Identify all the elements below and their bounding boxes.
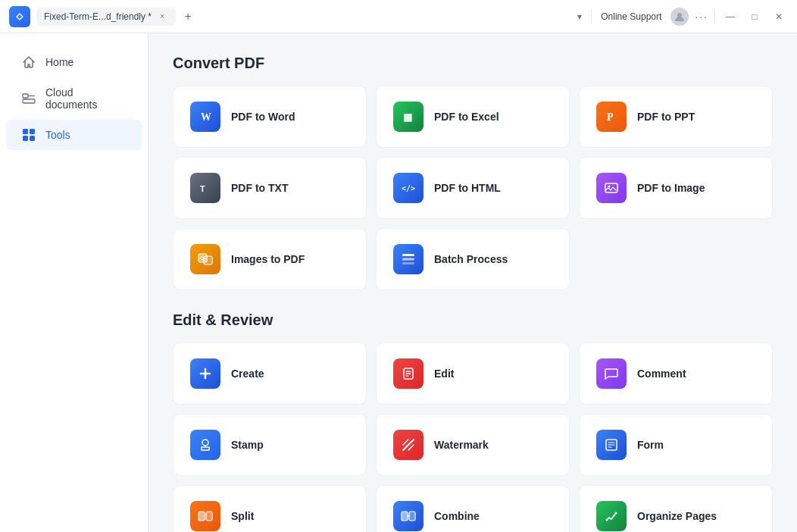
tool-pdf-excel[interactable]: ▦ PDF to Excel xyxy=(376,86,570,148)
watermark-icon xyxy=(393,430,424,460)
tool-combine[interactable]: Combine xyxy=(376,485,570,532)
tool-watermark[interactable]: Watermark xyxy=(376,414,570,476)
edit-review-grid: Create Edit xyxy=(173,343,773,532)
tool-pdf-txt[interactable]: T PDF to TXT xyxy=(173,157,367,219)
user-avatar[interactable] xyxy=(670,8,689,26)
form-icon xyxy=(596,430,627,460)
pdf-word-icon: W xyxy=(190,102,220,132)
tool-pdf-html[interactable]: </> PDF to HTML xyxy=(376,157,570,219)
sidebar-item-cloud[interactable]: Cloud documents xyxy=(6,79,142,118)
create-icon xyxy=(190,358,220,389)
svg-point-17 xyxy=(201,256,202,258)
svg-point-39 xyxy=(615,512,617,515)
watermark-label: Watermark xyxy=(434,439,489,451)
minimize-button[interactable]: — xyxy=(721,8,739,26)
combine-icon xyxy=(393,501,424,531)
tool-images-pdf[interactable]: Images to PDF xyxy=(173,228,367,290)
new-tab-button[interactable]: + xyxy=(179,8,197,26)
stamp-icon xyxy=(190,430,220,460)
tool-organize[interactable]: Organize Pages xyxy=(579,485,773,532)
svg-text:T: T xyxy=(200,184,205,193)
tool-comment[interactable]: Comment xyxy=(579,343,773,405)
dropdown-icon: ▾ xyxy=(577,11,582,22)
tool-create[interactable]: Create xyxy=(173,343,367,405)
svg-rect-1 xyxy=(23,94,28,98)
organize-icon xyxy=(596,501,627,531)
app-logo xyxy=(9,6,30,27)
pdf-excel-label: PDF to Excel xyxy=(434,111,499,123)
active-tab[interactable]: Fixed-Term-E...d_friendly * × xyxy=(36,8,176,26)
pdf-image-label: PDF to Image xyxy=(637,182,705,194)
tool-split[interactable]: Split xyxy=(173,485,367,532)
svg-rect-13 xyxy=(605,183,617,192)
tools-icon xyxy=(21,127,36,142)
organize-label: Organize Pages xyxy=(637,510,717,522)
svg-rect-34 xyxy=(206,512,212,521)
comment-label: Comment xyxy=(637,368,686,380)
sidebar-cloud-label: Cloud documents xyxy=(45,86,127,111)
convert-pdf-grid: W PDF to Word ▦ PDF to Excel P xyxy=(173,86,773,290)
tab-label: Fixed-Term-E...d_friendly * xyxy=(44,11,152,22)
svg-rect-19 xyxy=(402,258,414,261)
pdf-word-label: PDF to Word xyxy=(231,111,295,123)
close-button[interactable]: ✕ xyxy=(770,8,788,26)
batch-process-label: Batch Process xyxy=(434,253,508,265)
pdf-html-label: PDF to HTML xyxy=(434,182,501,194)
svg-rect-6 xyxy=(30,136,35,141)
sidebar-item-tools[interactable]: Tools xyxy=(6,120,142,150)
pdf-html-icon: </> xyxy=(393,173,424,203)
maximize-button[interactable]: □ xyxy=(745,8,764,26)
pdf-txt-icon: T xyxy=(190,173,220,203)
tool-pdf-word[interactable]: W PDF to Word xyxy=(173,86,367,148)
sidebar-tools-label: Tools xyxy=(45,129,70,141)
more-options-button[interactable]: ··· xyxy=(695,11,708,23)
svg-point-14 xyxy=(608,186,611,188)
pdf-image-icon xyxy=(596,173,627,203)
svg-rect-18 xyxy=(402,254,414,256)
tool-stamp[interactable]: Stamp xyxy=(173,414,367,476)
online-support-label[interactable]: Online Support xyxy=(601,11,661,22)
divider2 xyxy=(714,9,715,24)
cloud-icon xyxy=(21,91,36,106)
form-label: Form xyxy=(637,439,664,451)
main-layout: Home Cloud documents Tools xyxy=(0,33,797,532)
titlebar: Fixed-Term-E...d_friendly * × + ▾ Online… xyxy=(0,0,797,33)
titlebar-right: Online Support ··· — □ ✕ xyxy=(601,8,788,26)
tool-form[interactable]: Form xyxy=(579,414,773,476)
images-pdf-icon xyxy=(190,244,220,274)
svg-rect-33 xyxy=(198,512,205,521)
edit-icon xyxy=(393,358,424,389)
pdf-ppt-label: PDF to PPT xyxy=(637,111,695,123)
svg-rect-3 xyxy=(23,129,28,134)
svg-text:P: P xyxy=(607,111,614,123)
divider xyxy=(591,9,592,24)
home-icon xyxy=(21,55,36,70)
svg-rect-4 xyxy=(30,129,35,134)
svg-rect-5 xyxy=(23,136,28,141)
history-dropdown[interactable]: ▾ xyxy=(577,11,582,22)
svg-point-38 xyxy=(606,519,608,521)
edit-review-title: Edit & Review xyxy=(173,311,773,329)
stamp-label: Stamp xyxy=(231,439,264,451)
svg-rect-16 xyxy=(204,256,212,264)
pdf-excel-icon: ▦ xyxy=(393,102,424,132)
split-label: Split xyxy=(231,510,254,522)
tool-batch-process[interactable]: Batch Process xyxy=(376,228,570,290)
svg-text:</>: </> xyxy=(402,184,415,192)
tool-pdf-image[interactable]: PDF to Image xyxy=(579,157,773,219)
edit-label: Edit xyxy=(434,368,454,380)
svg-point-27 xyxy=(202,440,208,446)
svg-rect-20 xyxy=(402,262,414,264)
content-area: Convert PDF W PDF to Word ▦ PDF to Exce xyxy=(148,33,797,532)
sidebar-home-label: Home xyxy=(45,56,73,68)
tool-pdf-ppt[interactable]: P PDF to PPT xyxy=(579,86,773,148)
tool-edit[interactable]: Edit xyxy=(376,343,570,405)
combine-label: Combine xyxy=(434,510,480,522)
images-pdf-label: Images to PDF xyxy=(231,253,305,265)
create-label: Create xyxy=(231,368,264,380)
sidebar-item-home[interactable]: Home xyxy=(6,47,142,77)
sidebar: Home Cloud documents Tools xyxy=(0,33,148,532)
convert-pdf-title: Convert PDF xyxy=(173,55,773,72)
svg-text:▦: ▦ xyxy=(403,111,412,123)
tab-close-button[interactable]: × xyxy=(156,11,168,23)
